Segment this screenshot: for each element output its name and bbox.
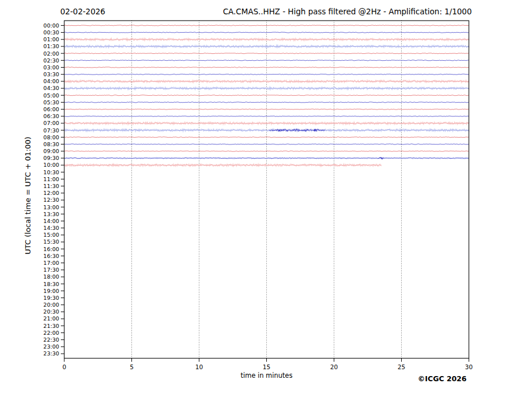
- x-axis-ticks: 051015202530: [63, 358, 473, 370]
- y-tick-label: 22:00: [44, 330, 59, 336]
- y-tick-label: 14:30: [44, 225, 59, 231]
- trace-line: [64, 116, 469, 116]
- trace-line: [64, 95, 469, 96]
- y-tick-label: 12:00: [44, 190, 59, 196]
- trace-row-03:30: [64, 74, 469, 75]
- y-tick-label: 02:00: [44, 50, 59, 57]
- trace-row-00:00: [64, 25, 469, 26]
- trace-line: [64, 32, 469, 33]
- y-tick-label: 08:00: [44, 134, 59, 140]
- y-tick-label: 04:00: [44, 78, 59, 84]
- y-tick-label: 13:00: [44, 204, 59, 210]
- x-tick-label: 15: [263, 363, 270, 370]
- trace-row-01:00: [64, 38, 469, 41]
- y-tick-label: 19:00: [44, 288, 59, 294]
- helicorder-page: 02-02-2026 CA.CMAS..HHZ - High pass filt…: [0, 0, 532, 399]
- y-tick-label: 07:30: [44, 127, 59, 134]
- trace-row-04:30: [64, 87, 469, 89]
- x-tick-label: 30: [465, 363, 472, 370]
- y-tick-label: 05:30: [44, 99, 59, 105]
- x-tick-label: 0: [63, 363, 67, 370]
- x-axis-label: time in minutes: [240, 371, 292, 380]
- y-tick-label: 15:30: [44, 238, 59, 245]
- y-tick-label: 13:30: [44, 211, 59, 217]
- y-tick-label: 11:00: [44, 176, 59, 182]
- y-axis-label: UTC (local time = UTC + 01:00): [24, 136, 32, 254]
- x-tick-label: 10: [195, 363, 203, 370]
- helicorder-chart: 02-02-2026 CA.CMAS..HHZ - High pass filt…: [0, 0, 532, 399]
- y-tick-label: 05:00: [44, 92, 59, 99]
- trace-line: [64, 74, 469, 75]
- trace-line: [64, 102, 469, 103]
- y-tick-label: 19:30: [44, 295, 59, 301]
- trace-line: [64, 25, 469, 26]
- trace-line: [64, 109, 469, 109]
- y-tick-label: 06:30: [44, 113, 59, 119]
- seismic-traces: [64, 25, 469, 166]
- trace-row-09:30: [64, 157, 469, 159]
- y-tick-label: 21:30: [44, 323, 59, 329]
- y-tick-label: 17:00: [44, 260, 59, 266]
- y-tick-label: 02:30: [44, 57, 59, 64]
- y-tick-label: 11:30: [44, 183, 59, 189]
- trace-row-05:00: [64, 95, 469, 96]
- gridlines: [132, 21, 402, 358]
- y-tick-label: 12:30: [44, 197, 59, 203]
- y-tick-label: 07:00: [44, 120, 59, 126]
- y-tick-label: 09:30: [44, 155, 59, 161]
- x-tick-label: 25: [398, 363, 405, 370]
- trace-line: [64, 144, 469, 144]
- y-tick-label: 18:30: [44, 281, 59, 287]
- trace-line: [64, 53, 469, 54]
- trace-row-06:00: [64, 109, 469, 109]
- y-tick-label: 20:00: [44, 302, 59, 308]
- y-tick-label: 03:30: [44, 71, 59, 77]
- y-tick-label: 16:30: [44, 253, 59, 259]
- y-tick-label: 16:00: [44, 246, 59, 252]
- y-tick-label: 20:30: [44, 308, 59, 315]
- y-tick-label: 00:00: [44, 22, 59, 29]
- y-tick-label: 00:30: [44, 29, 59, 36]
- y-tick-label: 23:30: [44, 350, 59, 357]
- date-label: 02-02-2026: [60, 7, 105, 16]
- y-tick-label: 08:30: [44, 141, 59, 147]
- trace-row-06:30: [64, 116, 469, 116]
- chart-title: CA.CMAS..HHZ - High pass filtered @2Hz -…: [223, 7, 472, 16]
- trace-row-00:30: [64, 32, 469, 33]
- y-tick-label: 01:00: [44, 36, 59, 42]
- trace-row-08:30: [64, 144, 469, 144]
- y-tick-label: 01:30: [44, 43, 59, 49]
- y-tick-label: 04:30: [44, 85, 59, 91]
- y-tick-label: 17:30: [44, 267, 59, 273]
- y-tick-label: 18:00: [44, 273, 59, 280]
- y-tick-label: 09:00: [44, 148, 59, 154]
- trace-line: [64, 137, 469, 138]
- y-tick-label: 15:00: [44, 232, 59, 238]
- trace-row-05:30: [64, 102, 469, 103]
- y-tick-label: 03:00: [44, 64, 59, 71]
- y-tick-label: 10:30: [44, 169, 59, 175]
- y-axis-ticks: 00:0000:3001:0001:3002:0002:3003:0003:30…: [44, 22, 64, 357]
- y-tick-label: 22:30: [44, 337, 59, 343]
- trace-row-04:00: [64, 80, 469, 83]
- trace-row-10:00: [64, 164, 381, 166]
- y-tick-label: 14:00: [44, 218, 59, 224]
- x-tick-label: 20: [330, 363, 337, 370]
- y-tick-label: 21:00: [44, 315, 59, 322]
- y-tick-label: 23:00: [44, 343, 59, 350]
- x-tick-label: 5: [130, 363, 134, 370]
- copyright-label: ©ICGC 2026: [418, 374, 467, 383]
- trace-row-01:30: [64, 45, 469, 48]
- trace-row-08:00: [64, 137, 469, 138]
- y-tick-label: 10:00: [44, 162, 59, 168]
- y-tick-label: 06:00: [44, 106, 59, 112]
- trace-row-02:00: [64, 53, 469, 54]
